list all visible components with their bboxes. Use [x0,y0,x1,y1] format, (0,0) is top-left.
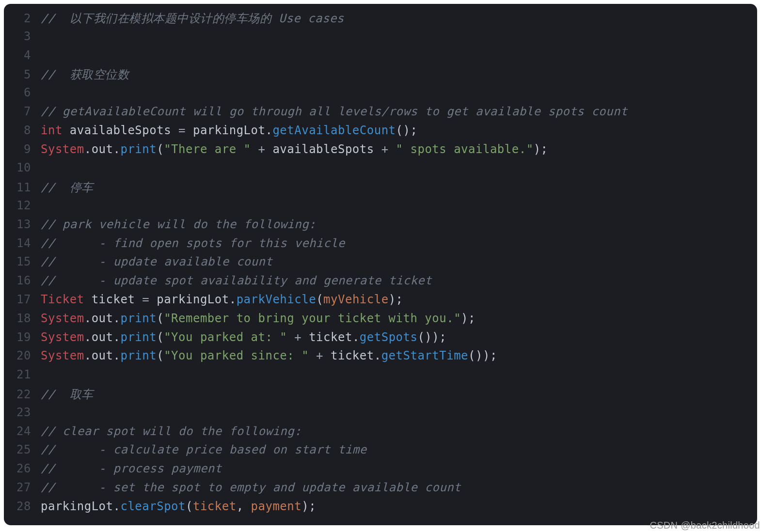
code-token: // - calculate price based on start time [41,443,367,456]
code-token: ); [461,312,476,325]
code-line: 8int availableSpots = parkingLot.getAvai… [4,124,757,142]
line-number: 24 [4,424,41,438]
code-token: print [120,330,157,344]
code-token [323,349,331,362]
code-token: + [316,349,323,362]
line-number: 27 [4,481,41,494]
line-number: 12 [4,199,41,212]
code-token: // 获取空位数 [41,68,129,81]
code-token [149,293,157,306]
line-number: 26 [4,462,41,475]
code-token: out [92,349,113,362]
line-number: 5 [4,68,41,81]
code-token: ( [157,330,164,344]
code-token: . [113,312,121,325]
code-content: // getAvailableCount will go through all… [41,105,757,118]
line-number: 23 [4,406,41,419]
code-token: ); [301,500,316,513]
code-token: System [41,312,84,325]
code-token: clearSpot [120,500,186,513]
watermark-text: CSDN @back2childhood [650,520,760,531]
code-token [186,124,193,137]
code-content: Ticket ticket = parkingLot.parkVehicle(m… [41,293,757,306]
code-line: 24// clear spot will do the following: [4,424,757,443]
code-token: parkingLot [193,124,266,137]
code-token [251,142,258,156]
code-token [301,330,309,344]
code-token: out [92,312,113,325]
code-token [63,124,70,137]
line-number: 11 [4,181,41,194]
code-line: 17Ticket ticket = parkingLot.parkVehicle… [4,293,757,312]
code-line: 25// - calculate price based on start ti… [4,443,757,462]
code-line: 28parkingLot.clearSpot(ticket, payment); [4,500,757,518]
code-token: ( [157,312,164,325]
code-token: // 取车 [41,388,94,401]
code-token: print [120,142,157,156]
code-line: 19System.out.print("You parked at: " + t… [4,330,757,349]
line-number: 14 [4,236,41,250]
code-token: . [113,330,121,344]
code-content: // - process payment [41,462,757,475]
code-line: 14// - find open spots for this vehicle [4,236,757,255]
line-number: 21 [4,368,41,381]
code-token: (); [396,124,418,137]
code-token [135,293,142,306]
code-token: ticket [331,349,374,362]
line-number: 19 [4,330,41,344]
code-token: // - update available count [41,255,272,268]
code-token: // 停车 [41,181,94,194]
code-content: // - calculate price based on start time [41,443,757,456]
code-token: // - set the spot to empty and update av… [41,481,461,494]
code-content: // - update available count [41,255,757,268]
line-number: 25 [4,443,41,456]
code-token: ); [389,293,403,306]
code-content: // 停车 [41,180,757,195]
code-line: 10 [4,161,757,180]
code-line: 27// - set the spot to empty and update … [4,481,757,500]
code-line: 3 [4,30,757,48]
code-token: . [84,312,92,325]
code-token: "You parked since: " [164,349,309,362]
line-number: 17 [4,293,41,306]
code-token [171,124,178,137]
line-number: 20 [4,349,41,362]
line-number: 15 [4,255,41,268]
code-token: . [374,349,381,362]
code-token: ( [157,349,164,362]
code-token: = [142,293,149,306]
code-token: ); [534,142,548,156]
line-number: 3 [4,30,41,43]
code-content: System.out.print("There are " + availabl… [41,142,757,156]
code-token: . [84,330,92,344]
code-line: 11// 停车 [4,180,757,199]
code-line: 12 [4,199,757,218]
code-token: out [92,142,113,156]
code-line: 7// getAvailableCount will go through al… [4,105,757,124]
code-line: 23 [4,406,757,424]
code-line: 15// - update available count [4,255,757,274]
code-content: System.out.print("You parked at: " + tic… [41,330,757,344]
code-token: + [294,330,301,344]
code-token: . [113,349,121,362]
code-token: ( [157,142,164,156]
code-token: getAvailableCount [272,124,396,137]
code-token: . [84,142,92,156]
code-content: parkingLot.clearSpot(ticket, payment); [41,500,757,513]
code-token: "There are " [164,142,251,156]
code-content: System.out.print("You parked since: " + … [41,349,757,362]
code-token: "You parked at: " [164,330,287,344]
code-line: 22// 取车 [4,387,757,406]
code-line: 5// 获取空位数 [4,67,757,86]
code-token: parkingLot [157,293,229,306]
code-line: 21 [4,368,757,387]
code-token: ticket [309,330,352,344]
code-line: 20System.out.print("You parked since: " … [4,349,757,368]
code-content: System.out.print("Remember to bring your… [41,312,757,325]
code-token: getSpots [360,330,418,344]
code-line: 16// - update spot availability and gene… [4,274,757,293]
code-token: availableSpots [70,124,171,137]
code-token: = [178,124,186,137]
line-number: 22 [4,388,41,401]
code-token [374,142,381,156]
